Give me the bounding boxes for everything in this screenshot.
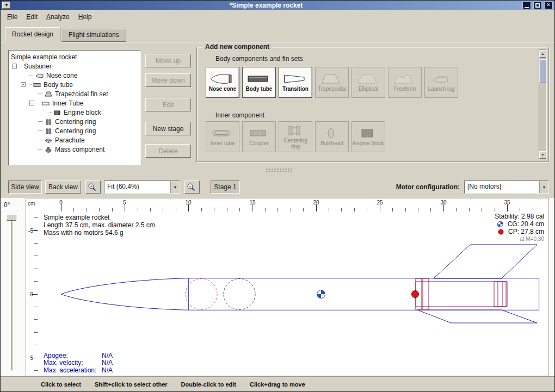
inner-tube-icon bbox=[209, 127, 233, 140]
cp-marker[interactable] bbox=[412, 291, 419, 298]
stage-1-toggle[interactable]: Stage 1 bbox=[211, 181, 240, 194]
window-menu-icon[interactable] bbox=[2, 2, 10, 9]
menu-analyze[interactable]: Analyze bbox=[42, 11, 74, 22]
tree-item-trapezoidal-fin-set[interactable]: Trapezoidal fin set bbox=[9, 89, 140, 98]
tree-item-sustainer[interactable]: − Sustainer bbox=[9, 61, 140, 71]
tree-item-inner-tube[interactable]: − Inner Tube bbox=[9, 98, 140, 108]
trapezoidal-fin-icon bbox=[319, 72, 343, 85]
scroll-down-icon[interactable]: ▼ bbox=[539, 151, 546, 159]
edit-button[interactable]: Edit bbox=[145, 98, 191, 111]
max-acceleration-value: N/A bbox=[102, 367, 113, 374]
menu-bar: File Edit Analyze Help bbox=[1, 10, 554, 24]
status-bar: Click to select Shift+click to select ot… bbox=[1, 376, 554, 392]
collapse-handle-icon[interactable]: − bbox=[12, 64, 17, 69]
menu-edit[interactable]: Edit bbox=[22, 11, 42, 22]
centering-ring-icon bbox=[44, 128, 53, 134]
tree-item-centering-ring-2[interactable]: Centering ring bbox=[9, 126, 140, 135]
title-bar: *Simple example rocket ✕ bbox=[1, 1, 554, 10]
inner-section-label: Inner component bbox=[215, 111, 264, 119]
collapse-handle-icon[interactable]: − bbox=[21, 82, 26, 87]
body-tube-icon bbox=[33, 82, 41, 88]
cg-marker[interactable] bbox=[317, 290, 325, 298]
tree-item-body-tube[interactable]: − Body tube bbox=[9, 80, 140, 89]
add-inner-tube-button[interactable]: Inner tube bbox=[206, 121, 239, 152]
fin-upper-outline[interactable] bbox=[434, 245, 537, 278]
rotation-angle-label: 0° bbox=[4, 201, 10, 209]
rotation-slider-track[interactable] bbox=[11, 215, 13, 371]
rocket-info-block: Simple example rocket Length 37.5 cm, ma… bbox=[44, 214, 155, 237]
engine-block-icon bbox=[355, 127, 379, 140]
motor-configuration-select[interactable]: [No motors] ▼ bbox=[464, 181, 549, 194]
centering-ring-2-outline[interactable] bbox=[423, 278, 429, 310]
tree-item-mass-component[interactable]: Mass component bbox=[9, 145, 140, 154]
tree-item-rocket-root[interactable]: Simple example rocket bbox=[9, 52, 140, 61]
add-elliptical-fin-button[interactable]: Elliptical bbox=[351, 67, 385, 98]
add-nose-cone-button[interactable]: Nose cone bbox=[206, 67, 239, 98]
add-launch-lug-button[interactable]: Launch lug bbox=[424, 67, 458, 98]
mass-component-marker[interactable] bbox=[224, 279, 255, 310]
add-transition-button[interactable]: Transition bbox=[279, 67, 312, 98]
add-body-tube-button[interactable]: Body tube bbox=[242, 67, 276, 98]
component-scrollbar[interactable]: ▲ ▼ bbox=[539, 49, 547, 159]
splitter-handle[interactable] bbox=[266, 168, 292, 173]
move-up-button[interactable]: Move up bbox=[145, 54, 191, 67]
flight-stats-block: Apogee:N/A Max. velocity:N/A Max. accele… bbox=[44, 352, 113, 374]
inner-tube-outline[interactable] bbox=[416, 282, 507, 307]
maximize-icon[interactable] bbox=[533, 2, 542, 9]
add-centering-ring-button[interactable]: Centering ring bbox=[279, 121, 312, 152]
tab-flight-simulations[interactable]: Flight simulations bbox=[61, 29, 126, 42]
side-view-button[interactable]: Side view bbox=[8, 181, 42, 194]
max-velocity-value: N/A bbox=[102, 359, 113, 366]
transition-icon bbox=[282, 72, 306, 85]
zoom-out-icon bbox=[187, 183, 195, 191]
menu-help[interactable]: Help bbox=[74, 11, 96, 22]
body-tube-outline[interactable] bbox=[188, 278, 539, 310]
new-stage-button[interactable]: New stage bbox=[145, 122, 191, 135]
cg-value: CG: 20.4 cm bbox=[508, 220, 544, 228]
scrollbar-thumb[interactable] bbox=[539, 59, 546, 83]
rocket-canvas[interactable]: cm 0 5 10 15 20 25 30 35 -5 0 5 bbox=[26, 198, 549, 376]
minimize-icon[interactable] bbox=[522, 2, 531, 9]
hint-double-click: Double-click to edit bbox=[181, 381, 236, 388]
scroll-up-icon[interactable]: ▲ bbox=[539, 50, 546, 58]
coupler-icon bbox=[246, 127, 270, 140]
nose-cone-outline[interactable] bbox=[61, 278, 188, 310]
chevron-down-icon[interactable]: ▼ bbox=[170, 181, 180, 193]
zoom-in-button[interactable] bbox=[85, 181, 101, 194]
add-engine-block-button[interactable]: Engine block bbox=[351, 121, 385, 152]
zoom-select[interactable]: Fit (60.4%) ▼ bbox=[104, 181, 180, 194]
chevron-down-icon[interactable]: ▼ bbox=[539, 181, 548, 193]
tab-rocket-design[interactable]: Rocket design bbox=[5, 27, 60, 42]
close-icon[interactable]: ✕ bbox=[544, 2, 553, 9]
add-component-group: Add new component Body components and fi… bbox=[196, 47, 549, 162]
back-view-button[interactable]: Back view bbox=[45, 181, 81, 194]
move-down-button[interactable]: Move down bbox=[145, 73, 191, 87]
menu-file[interactable]: File bbox=[3, 11, 22, 22]
inner-component-row: Inner tube Coupler Centering ring Bulkhe… bbox=[206, 121, 385, 152]
engine-block-outline[interactable] bbox=[494, 282, 506, 307]
fin-lower-outline[interactable] bbox=[417, 310, 537, 323]
hint-click-to-select: Click to select bbox=[41, 381, 81, 388]
rotation-slider-handle[interactable] bbox=[7, 214, 16, 221]
body-tube-icon bbox=[246, 72, 270, 85]
mach-note: at M=0.30 bbox=[520, 235, 544, 243]
zoom-out-button[interactable] bbox=[184, 181, 200, 194]
stability-value: Stability: 2.98 cal bbox=[495, 213, 544, 220]
fin-set-icon bbox=[44, 91, 53, 97]
add-trapezoidal-fin-button[interactable]: Trapezoidal bbox=[315, 67, 349, 98]
tree-item-engine-block[interactable]: Engine block bbox=[9, 108, 140, 117]
delete-button[interactable]: Delete bbox=[145, 144, 191, 158]
tree-item-nose-cone[interactable]: Nose cone bbox=[9, 71, 140, 80]
body-component-row: Nose cone Body tube Transition Trapezoid… bbox=[206, 67, 458, 98]
add-bulkhead-button[interactable]: Bulkhead bbox=[315, 121, 349, 152]
add-freeform-fin-button[interactable]: Freeform bbox=[388, 67, 422, 98]
centering-ring-icon bbox=[282, 124, 306, 137]
collapse-handle-icon[interactable]: − bbox=[29, 101, 34, 105]
launch-lug-icon bbox=[428, 72, 452, 85]
tree-item-parachute[interactable]: Parachute bbox=[9, 135, 140, 145]
rocket-design-panel: Simple example rocket − Sustainer Nose c… bbox=[1, 42, 554, 391]
parachute-marker[interactable] bbox=[186, 279, 217, 310]
add-coupler-button[interactable]: Coupler bbox=[242, 121, 276, 152]
parachute-icon bbox=[44, 137, 53, 144]
tree-item-centering-ring-1[interactable]: Centering ring bbox=[9, 117, 140, 126]
